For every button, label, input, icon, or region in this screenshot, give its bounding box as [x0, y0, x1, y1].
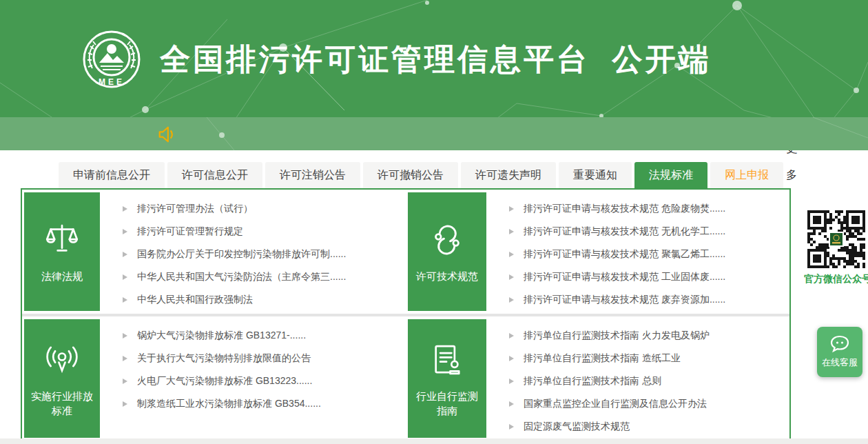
arrow-icon — [123, 356, 127, 361]
arrow-icon — [509, 356, 514, 361]
tab-revocation-notice[interactable]: 许可撤销公告 — [363, 162, 458, 188]
link-label: 固定源废气监测技术规范 — [524, 421, 630, 433]
online-service-label: 在线客服 — [822, 356, 858, 369]
list-item[interactable]: 排污许可证申请与核发技术规范 废弃资源加...... — [509, 288, 789, 311]
list-item[interactable]: 国家重点监控企业自行监测及信息公开办法 — [509, 392, 789, 415]
link-label: 火电厂大气污染物排放标准 GB13223...... — [137, 375, 312, 387]
link-label: 排污许可证申请与核发技术规范 废弃资源加...... — [524, 294, 725, 306]
network-pattern-band — [0, 117, 868, 150]
svg-text:MEE: MEE — [99, 77, 125, 87]
arrow-icon — [509, 333, 514, 339]
online-service-button[interactable]: 在线客服 — [817, 327, 862, 377]
arrow-icon — [123, 252, 127, 257]
arrow-icon — [509, 206, 514, 212]
arrow-icon — [509, 379, 514, 384]
link-label: 排污许可证申请与核发技术规范 聚氯乙烯工...... — [524, 248, 725, 261]
list-item[interactable]: 排污许可证管理暂行规定 — [123, 220, 408, 243]
arrow-icon — [509, 401, 514, 407]
tab-cancellation-notice[interactable]: 许可注销公告 — [265, 162, 360, 188]
site-title: 全国排污许可证管理信息平台 公开端 — [160, 39, 711, 80]
content-row: 法律法规 排污许可管理办法（试行） 排污许可证管理暂行规定 国务院办公厅关于印发… — [22, 190, 789, 314]
link-label: 中华人民共和国大气污染防治法（主席令第三...... — [137, 271, 346, 283]
category-title: 行业自行监测指南 — [408, 389, 486, 418]
mee-logo-icon: MEE — [81, 27, 142, 92]
emission-standards-list: 锅炉大气污染物排放标准 GB13271-...... 关于执行大气污染物特别排放… — [100, 324, 408, 438]
list-item[interactable]: 排污单位自行监测技术指南 总则 — [509, 370, 789, 392]
wechat-qr-block: 官方微信公众号 — [804, 210, 868, 285]
content-row: 实施行业排放标准 锅炉大气污染物排放标准 GB13271-...... 关于执行… — [22, 314, 789, 441]
category-tech-spec[interactable]: 许可技术规范 — [408, 192, 486, 311]
arrow-icon — [123, 401, 127, 407]
arrow-icon — [123, 229, 127, 234]
link-label: 排污许可证管理暂行规定 — [137, 225, 243, 238]
category-laws[interactable]: 法律法规 — [24, 192, 100, 311]
link-label: 制浆造纸工业水污染物排放标准 GB354...... — [137, 398, 321, 410]
list-item[interactable]: 排污许可证申请与核发技术规范 无机化学工...... — [509, 220, 789, 243]
tab-loss-statement[interactable]: 许可遗失声明 — [461, 162, 556, 188]
link-label: 排污许可证申请与核发技术规范 危险废物焚...... — [524, 203, 725, 215]
link-label: 排污单位自行监测技术指南 火力发电及锅炉 — [524, 330, 710, 342]
arrow-icon — [123, 333, 127, 339]
list-item[interactable]: 国务院办公厅关于印发控制污染物排放许可制...... — [123, 243, 408, 265]
link-label: 中华人民共和国行政强制法 — [137, 294, 253, 306]
bottom-edge-strip — [0, 438, 868, 444]
regulations-panel: 法律法规 排污许可管理办法（试行） 排污许可证管理暂行规定 国务院办公厅关于印发… — [21, 188, 791, 444]
broadcast-icon — [42, 340, 82, 380]
arrow-icon — [509, 252, 514, 257]
qr-caption: 官方微信公众号 — [804, 273, 868, 285]
list-item[interactable]: 锅炉大气污染物排放标准 GB13271-...... — [123, 324, 408, 347]
tab-online-declaration[interactable]: 网上申报 — [710, 162, 783, 188]
arrow-icon — [509, 274, 514, 280]
scales-icon — [42, 220, 82, 260]
arrow-icon — [123, 379, 127, 384]
site-header: MEE 全国排污许可证管理信息平台 公开端 — [0, 0, 868, 117]
list-item[interactable]: 排污许可证申请与核发技术规范 危险废物焚...... — [509, 197, 789, 220]
link-label: 排污许可证申请与核发技术规范 无机化学工...... — [524, 225, 725, 238]
list-item[interactable]: 固定源废气监测技术规范 — [509, 415, 789, 438]
list-item[interactable]: 火电厂大气污染物排放标准 GB13223...... — [123, 370, 408, 392]
link-label: 排污许可管理办法（试行） — [137, 203, 253, 215]
category-title: 法律法规 — [37, 269, 87, 283]
link-label: 关于执行大气污染物特别排放限值的公告 — [137, 352, 311, 365]
list-item[interactable]: 排污单位自行监测技术指南 造纸工业 — [509, 347, 789, 370]
category-title: 实施行业排放标准 — [24, 389, 100, 418]
arrow-icon — [509, 424, 514, 430]
tab-pre-application-disclosure[interactable]: 申请前信息公开 — [59, 162, 165, 188]
link-label: 锅炉大气污染物排放标准 GB13271-...... — [137, 330, 306, 342]
list-item[interactable]: 排污许可证申请与核发技术规范 工业固体废...... — [509, 265, 789, 288]
link-label: 排污单位自行监测技术指南 造纸工业 — [524, 352, 681, 365]
tech-spec-icon — [427, 220, 467, 260]
arrow-icon — [123, 274, 127, 280]
list-item[interactable]: 排污单位自行监测技术指南 火力发电及锅炉 — [509, 324, 789, 347]
monitor-guide-icon — [427, 340, 467, 380]
link-label: 国务院办公厅关于印发控制污染物排放许可制...... — [137, 248, 346, 261]
qr-code — [804, 210, 868, 271]
speaker-icon — [157, 125, 176, 144]
category-title: 许可技术规范 — [412, 269, 482, 283]
laws-list: 排污许可管理办法（试行） 排污许可证管理暂行规定 国务院办公厅关于印发控制污染物… — [100, 197, 408, 311]
list-item[interactable]: 制浆造纸工业水污染物排放标准 GB354...... — [123, 392, 408, 415]
self-monitoring-list: 排污单位自行监测技术指南 火力发电及锅炉 排污单位自行监测技术指南 造纸工业 排… — [486, 324, 789, 438]
link-label: 排污单位自行监测技术指南 总则 — [524, 375, 661, 387]
arrow-icon — [123, 206, 127, 212]
list-item[interactable]: 排污许可证申请与核发技术规范 聚氯乙烯工...... — [509, 243, 789, 265]
tab-bar: 申请前信息公开 许可信息公开 许可注销公告 许可撤销公告 许可遗失声明 重要通知… — [21, 162, 791, 188]
list-item[interactable]: 中华人民共和国大气污染防治法（主席令第三...... — [123, 265, 408, 288]
tab-permit-disclosure[interactable]: 许可信息公开 — [167, 162, 262, 188]
brand: MEE 全国排污许可证管理信息平台 公开端 — [81, 27, 711, 92]
category-self-monitoring[interactable]: 行业自行监测指南 — [408, 319, 486, 438]
list-item[interactable]: 中华人民共和国行政强制法 — [123, 288, 408, 311]
list-item[interactable]: 关于执行大气污染物特别排放限值的公告 — [123, 347, 408, 370]
category-emission-standards[interactable]: 实施行业排放标准 — [24, 319, 100, 438]
link-label: 排污许可证申请与核发技术规范 工业固体废...... — [524, 271, 725, 283]
arrow-icon — [509, 297, 514, 303]
tab-important-notice[interactable]: 重要通知 — [559, 162, 632, 188]
chat-bubble-icon — [829, 335, 850, 353]
tech-spec-list: 排污许可证申请与核发技术规范 危险废物焚...... 排污许可证申请与核发技术规… — [486, 197, 789, 311]
announcement-band — [0, 117, 868, 150]
link-label: 国家重点监控企业自行监测及信息公开办法 — [524, 398, 707, 410]
tab-regulations-standards[interactable]: 法规标准 — [634, 162, 707, 188]
list-item[interactable]: 排污许可管理办法（试行） — [123, 197, 408, 220]
arrow-icon — [509, 229, 514, 234]
tabs: 申请前信息公开 许可信息公开 许可注销公告 许可撤销公告 许可遗失声明 重要通知… — [59, 162, 786, 188]
